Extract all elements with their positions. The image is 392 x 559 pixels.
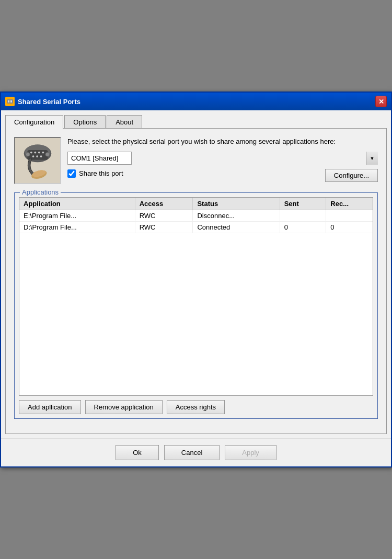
app-table-header: Application Access Status Sent Rec... [19, 198, 373, 210]
cell-sent-1: 0 [280, 222, 327, 233]
cell-rec-0 [326, 210, 373, 221]
svg-point-13 [26, 152, 30, 156]
svg-rect-2 [10, 100, 12, 102]
table-row[interactable]: D:\Program File... RWC Connected 0 0 [19, 222, 373, 233]
svg-point-9 [42, 151, 44, 153]
col-header-sent: Sent [280, 198, 327, 210]
dropdown-arrow-icon: ▼ [366, 152, 378, 165]
svg-point-7 [34, 151, 36, 153]
cell-access-0: RWC [135, 210, 193, 221]
main-window: Shared Serial Ports ✕ Configuration Opti… [0, 92, 392, 467]
app-buttons: Add apllication Remove application Acces… [19, 400, 373, 414]
app-table-container[interactable]: Application Access Status Sent Rec... E:… [19, 197, 373, 396]
cell-application-0: E:\Program File... [19, 210, 135, 221]
port-controls: Please, select the physical serial port … [67, 137, 378, 184]
port-select-wrapper: COM1 [Shared]COM2COM3 ▼ [67, 152, 378, 165]
apply-button[interactable]: Apply [225, 445, 276, 460]
cell-status-0: Disconnec... [193, 210, 280, 221]
svg-point-11 [36, 155, 38, 157]
tab-configuration[interactable]: Configuration [5, 115, 63, 129]
svg-point-8 [38, 151, 40, 153]
share-checkbox[interactable] [67, 169, 76, 178]
cancel-button[interactable]: Cancel [164, 445, 220, 460]
title-bar-left: Shared Serial Ports [5, 97, 80, 106]
col-header-application: Application [19, 198, 135, 210]
svg-point-6 [30, 151, 32, 153]
configure-button[interactable]: Configure... [325, 169, 378, 182]
access-rights-button[interactable]: Access rights [167, 400, 225, 414]
svg-rect-1 [8, 100, 9, 102]
tab-content-configuration: Please, select the physical serial port … [5, 128, 387, 434]
svg-rect-0 [7, 99, 13, 104]
share-configure-row: Share this port Configure... [67, 169, 378, 182]
table-row[interactable]: E:\Program File... RWC Disconnec... [19, 210, 373, 222]
port-description: Please, select the physical serial port … [67, 137, 378, 146]
applications-group: Applications Application Access Status S… [14, 192, 378, 419]
cell-access-1: RWC [135, 222, 193, 233]
cell-sent-0 [280, 210, 327, 221]
cell-status-1: Connected [193, 222, 280, 233]
svg-point-10 [32, 155, 34, 157]
col-header-access: Access [135, 198, 193, 210]
cell-rec-1: 0 [326, 222, 373, 233]
ok-button[interactable]: Ok [116, 445, 159, 460]
applications-legend: Applications [20, 188, 61, 196]
cell-application-1: D:\Program File... [19, 222, 135, 233]
content-area: Configuration Options About [1, 110, 391, 438]
port-section: Please, select the physical serial port … [14, 137, 378, 184]
svg-point-14 [45, 152, 50, 156]
title-bar: Shared Serial Ports ✕ [1, 93, 391, 110]
port-icon [14, 137, 61, 184]
window-title: Shared Serial Ports [18, 98, 80, 106]
tab-options[interactable]: Options [64, 115, 106, 129]
port-select[interactable]: COM1 [Shared]COM2COM3 [67, 152, 132, 165]
share-checkbox-label: Share this port [79, 169, 123, 177]
tab-bar: Configuration Options About [5, 115, 387, 128]
serial-port-image [19, 141, 56, 180]
add-application-button[interactable]: Add apllication [19, 400, 81, 414]
port-dropdown-row: COM1 [Shared]COM2COM3 ▼ [67, 152, 378, 165]
col-header-rec: Rec... [326, 198, 373, 210]
share-checkbox-row: Share this port [67, 169, 123, 178]
tab-about[interactable]: About [107, 115, 142, 129]
app-icon [5, 97, 15, 106]
col-header-status: Status [193, 198, 280, 210]
close-button[interactable]: ✕ [375, 96, 387, 107]
svg-point-12 [40, 155, 42, 157]
remove-application-button[interactable]: Remove application [85, 400, 163, 414]
dialog-buttons: Ok Cancel Apply [1, 438, 391, 466]
